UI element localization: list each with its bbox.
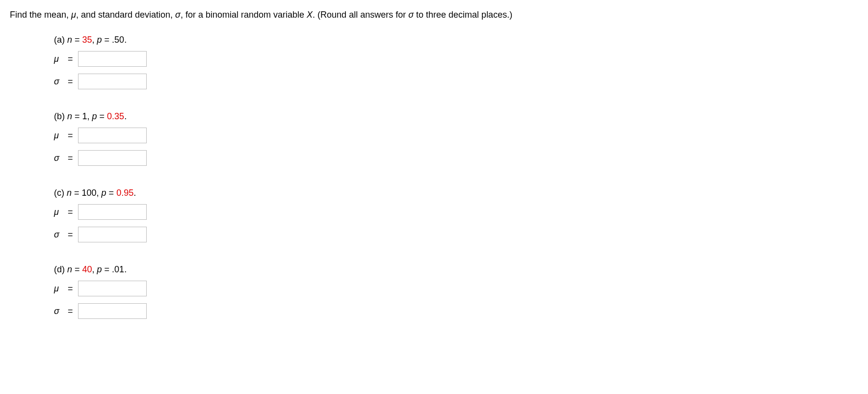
equals: =	[97, 111, 107, 121]
mu-input-row: μ =	[54, 204, 858, 220]
equals-label: =	[68, 306, 73, 316]
equals: =	[72, 188, 82, 198]
sigma-input-row: σ =	[54, 227, 858, 242]
part-letter: (a)	[54, 35, 67, 45]
mu-input-row: μ =	[54, 51, 858, 67]
comma: ,	[92, 35, 97, 45]
question-prompt: Find the mean, μ, and standard deviation…	[10, 10, 858, 20]
part-c: (c) n = 100, p = 0.95. μ = σ =	[54, 188, 858, 242]
p-value: 0.95	[116, 188, 133, 198]
part-b-label: (b) n = 1, p = 0.35.	[54, 111, 858, 122]
n-value: 1	[82, 111, 87, 121]
n-symbol: n	[67, 264, 72, 274]
prompt-text: to three decimal places.)	[414, 10, 512, 20]
mu-input-c[interactable]	[78, 204, 147, 220]
p-symbol: p	[102, 188, 106, 198]
part-c-label: (c) n = 100, p = 0.95.	[54, 188, 858, 198]
n-value: 100	[82, 188, 97, 198]
sigma-label: σ	[54, 77, 67, 87]
comma: ,	[92, 264, 97, 274]
mu-input-row: μ =	[54, 128, 858, 143]
part-letter: (d)	[54, 264, 67, 274]
equals: =	[106, 188, 117, 198]
sigma-label: σ	[54, 153, 67, 163]
equals-label: =	[68, 54, 73, 64]
x-symbol: X	[307, 10, 313, 20]
equals: =	[72, 111, 82, 121]
p-symbol: p	[97, 35, 102, 45]
equals: =	[72, 264, 82, 274]
part-d: (d) n = 40, p = .01. μ = σ =	[54, 264, 858, 319]
equals: =	[72, 35, 82, 45]
mu-input-row: μ =	[54, 281, 858, 296]
period: .	[124, 35, 127, 45]
sigma-input-d[interactable]	[78, 303, 147, 319]
p-value: 0.35	[107, 111, 124, 121]
equals: =	[102, 35, 112, 45]
sigma-symbol: σ	[175, 10, 181, 20]
equals: =	[102, 264, 112, 274]
n-value: 40	[82, 264, 92, 274]
prompt-text: , for a binomial random variable	[181, 10, 307, 20]
equals-label: =	[68, 284, 73, 294]
sigma-input-a[interactable]	[78, 74, 147, 89]
part-letter: (b)	[54, 111, 67, 121]
n-value: 35	[82, 35, 92, 45]
prompt-text: Find the mean,	[10, 10, 71, 20]
sigma-symbol: σ	[408, 10, 414, 20]
equals-label: =	[68, 207, 73, 217]
comma: ,	[87, 111, 92, 121]
part-b: (b) n = 1, p = 0.35. μ = σ =	[54, 111, 858, 166]
mu-label: μ	[54, 284, 67, 294]
sigma-input-b[interactable]	[78, 150, 147, 166]
sigma-input-row: σ =	[54, 74, 858, 89]
mu-input-b[interactable]	[78, 128, 147, 143]
equals-label: =	[68, 131, 73, 141]
period: .	[124, 264, 127, 274]
mu-symbol: μ	[71, 10, 76, 20]
p-symbol: p	[92, 111, 97, 121]
mu-label: μ	[54, 131, 67, 141]
comma: ,	[97, 188, 102, 198]
mu-label: μ	[54, 207, 67, 217]
sigma-input-c[interactable]	[78, 227, 147, 242]
equals-label: =	[68, 153, 73, 163]
mu-input-d[interactable]	[78, 281, 147, 296]
p-symbol: p	[97, 264, 102, 274]
n-symbol: n	[67, 111, 72, 121]
p-value: .01	[112, 264, 124, 274]
part-a-label: (a) n = 35, p = .50.	[54, 35, 858, 45]
part-d-label: (d) n = 40, p = .01.	[54, 264, 858, 275]
part-letter: (c)	[54, 188, 67, 198]
period: .	[133, 188, 136, 198]
period: .	[124, 111, 127, 121]
part-a: (a) n = 35, p = .50. μ = σ =	[54, 35, 858, 89]
n-symbol: n	[67, 188, 72, 198]
mu-input-a[interactable]	[78, 51, 147, 67]
equals-label: =	[68, 230, 73, 240]
p-value: .50	[112, 35, 124, 45]
sigma-input-row: σ =	[54, 303, 858, 319]
mu-label: μ	[54, 54, 67, 64]
sigma-input-row: σ =	[54, 150, 858, 166]
prompt-text: . (Round all answers for	[313, 10, 408, 20]
sigma-label: σ	[54, 230, 67, 240]
n-symbol: n	[67, 35, 72, 45]
prompt-text: , and standard deviation,	[76, 10, 175, 20]
equals-label: =	[68, 77, 73, 87]
sigma-label: σ	[54, 306, 67, 316]
